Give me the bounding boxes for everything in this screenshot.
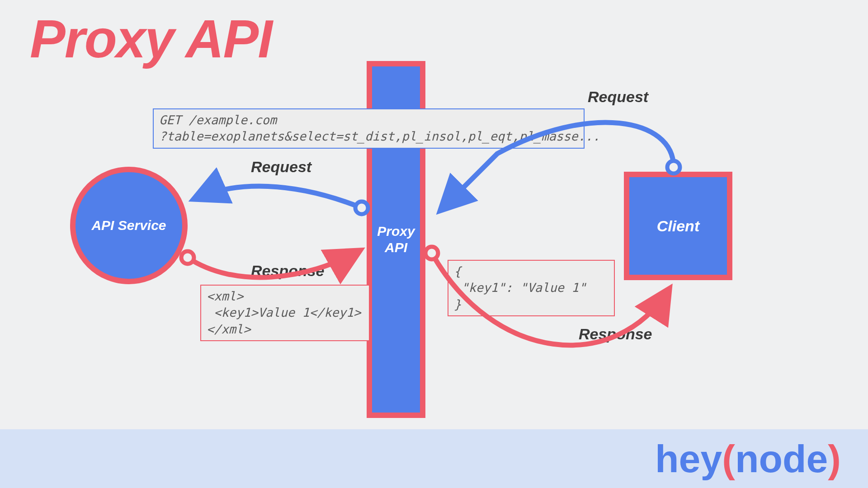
node-api-service-label: API Service bbox=[91, 218, 166, 233]
node-api-service: API Service bbox=[70, 167, 188, 284]
brand-prefix: hey bbox=[655, 437, 722, 480]
brand-mid: node bbox=[735, 437, 828, 480]
svg-point-1 bbox=[355, 202, 368, 214]
brand-open-paren: ( bbox=[722, 437, 735, 480]
label-response-right: Response bbox=[579, 325, 652, 343]
label-request-left: Request bbox=[251, 158, 311, 176]
label-response-left: Response bbox=[251, 262, 325, 280]
label-request-right: Request bbox=[588, 88, 648, 106]
brand-logo: hey(node) bbox=[655, 436, 841, 481]
page-title: Proxy API bbox=[30, 8, 272, 70]
node-proxy-api-label: Proxy API bbox=[377, 223, 415, 256]
code-json-response: { "key1": "Value 1" } bbox=[448, 260, 615, 316]
node-client: Client bbox=[624, 172, 732, 280]
node-client-label: Client bbox=[657, 217, 699, 235]
code-http-request: GET /example.com ?table=exoplanets&selec… bbox=[153, 108, 585, 149]
diagram-canvas: Proxy API API Service Proxy API Client G… bbox=[0, 0, 868, 488]
svg-point-2 bbox=[181, 251, 194, 264]
code-xml-response: <xml> <key1>Value 1</key1> </xml> bbox=[200, 285, 370, 341]
footer-bar: hey(node) bbox=[0, 429, 868, 488]
brand-close-paren: ) bbox=[828, 437, 841, 480]
svg-point-3 bbox=[425, 247, 438, 259]
